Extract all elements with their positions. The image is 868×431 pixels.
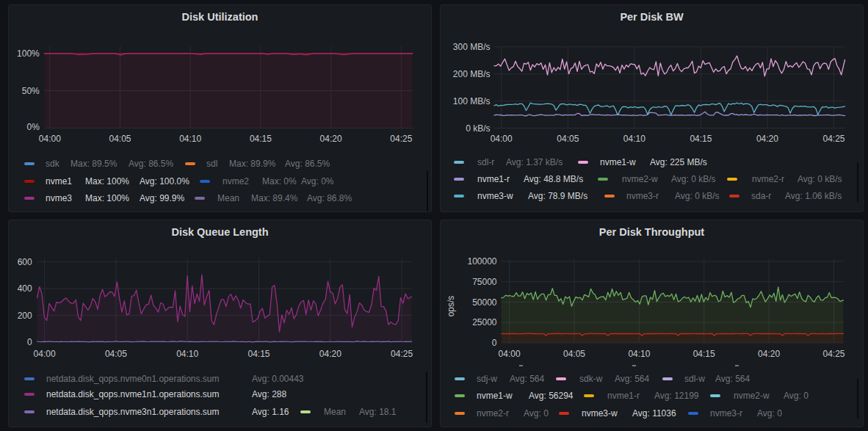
svg-text:04:05: 04:05: [105, 349, 127, 359]
svg-text:04:15: 04:15: [693, 349, 715, 359]
svg-text:04:20: 04:20: [756, 134, 778, 144]
svg-text:50%: 50%: [22, 86, 40, 96]
svg-text:75000: 75000: [472, 277, 497, 287]
svg-text:04:25: 04:25: [390, 134, 412, 144]
svg-text:0: 0: [27, 337, 32, 347]
svg-text:100000: 100000: [467, 256, 496, 267]
svg-text:04:10: 04:10: [179, 134, 201, 144]
svg-text:25000: 25000: [472, 317, 497, 327]
svg-text:04:10: 04:10: [176, 349, 198, 359]
svg-text:04:20: 04:20: [758, 349, 780, 359]
svg-text:100%: 100%: [17, 48, 40, 59]
svg-text:04:15: 04:15: [250, 134, 272, 144]
svg-text:04:10: 04:10: [628, 349, 650, 359]
svg-text:04:15: 04:15: [247, 349, 270, 359]
svg-text:200: 200: [18, 311, 32, 321]
svg-text:04:00: 04:00: [39, 134, 61, 144]
svg-text:04:20: 04:20: [320, 134, 342, 144]
svg-text:50000: 50000: [472, 297, 497, 308]
svg-text:04:15: 04:15: [690, 134, 712, 144]
svg-text:300 MB/s: 300 MB/s: [453, 42, 491, 52]
svg-text:400: 400: [18, 283, 32, 294]
svg-text:04:10: 04:10: [623, 134, 645, 144]
svg-text:04:20: 04:20: [319, 349, 341, 359]
svg-text:04:25: 04:25: [822, 349, 845, 359]
svg-text:0 kB/s: 0 kB/s: [466, 123, 490, 134]
svg-text:100 MB/s: 100 MB/s: [453, 96, 491, 106]
svg-text:200 MB/s: 200 MB/s: [453, 69, 491, 79]
svg-text:04:25: 04:25: [822, 134, 845, 144]
svg-text:04:00: 04:00: [499, 349, 521, 359]
svg-text:04:25: 04:25: [391, 349, 413, 359]
svg-text:04:05: 04:05: [557, 134, 579, 144]
svg-text:04:05: 04:05: [563, 349, 585, 359]
svg-text:04:00: 04:00: [34, 349, 56, 359]
svg-text:04:00: 04:00: [491, 134, 513, 144]
svg-text:600: 600: [18, 257, 32, 267]
svg-text:04:05: 04:05: [109, 134, 131, 144]
svg-text:0: 0: [492, 338, 497, 348]
svg-text:0%: 0%: [26, 122, 40, 132]
svg-text:ops/s: ops/s: [446, 296, 456, 317]
